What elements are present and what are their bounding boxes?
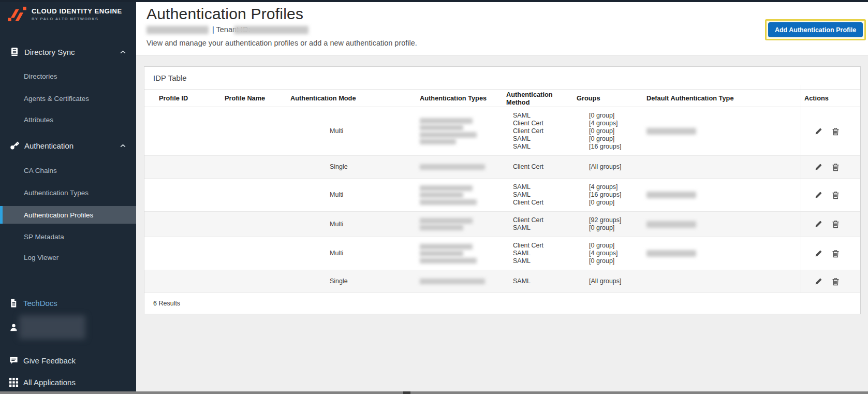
redacted-authentication-type [420,118,473,124]
sidebar-item-log-viewer[interactable]: Log Viewer [0,249,136,266]
sidebar-link-techdocs[interactable]: TechDocs [0,295,136,311]
table-row[interactable]: Single SAML [All groups] [144,270,860,293]
authentication-method-value: SAML [513,191,577,199]
redacted-authentication-type [420,244,473,250]
pencil-icon [815,191,822,199]
give-feedback-label[interactable]: Give Feedback [23,356,76,365]
column-header-profile-id: Profile ID [144,94,225,102]
table-row[interactable]: Single Client Cert [All groups] [144,156,860,179]
actions-cell [801,270,860,293]
section-label: Authentication [24,141,120,150]
sidebar-item-directories[interactable]: Directories [0,68,136,84]
authentication-method-cell: SAML [506,278,577,285]
trash-icon [832,191,840,199]
redacted-authentication-type [420,251,463,256]
redacted-default-authentication-type [646,192,696,198]
default-authentication-type-cell [646,221,801,228]
table-row[interactable]: Multi Client CertSAML [92 groups][0 grou… [144,212,860,237]
page-header: Authentication Profiles | Tenant ID: Vie… [136,0,868,55]
authentication-method-value: SAML [513,183,577,191]
group-count-value: [0 group] [589,224,646,232]
scrollbar-thumb[interactable] [403,391,410,394]
sidebar-item-label[interactable]: Agents & Certificates [0,90,136,107]
redacted-username [19,315,85,339]
group-count-value: [4 groups] [589,120,646,127]
group-count-value: [0 group] [589,135,646,143]
redacted-authentication-type [420,279,485,284]
horizontal-scrollbar[interactable] [0,391,868,394]
edit-profile-button[interactable] [815,278,823,286]
group-count-value: [4 groups] [589,250,646,257]
window-top-edge [0,0,868,2]
sidebar-item-agents-certificates[interactable]: Agents & Certificates [0,90,136,107]
default-authentication-type-cell [646,250,801,257]
app-window: CLOUD IDENTITY ENGINE BY PALO ALTO NETWO… [0,0,868,394]
delete-profile-button[interactable] [832,278,840,286]
pencil-icon [815,163,822,171]
table-row[interactable]: Multi Client CertSAMLSAML [0 group][4 gr… [144,237,860,270]
sidebar-section-directory-sync[interactable]: Directory Sync [0,43,136,60]
redacted-authentication-type [420,258,477,264]
authentication-method-value: Client Cert [513,216,577,224]
all-applications-label[interactable]: All Applications [23,378,76,387]
sidebar-item-label[interactable]: Authentication Types [0,184,136,201]
delete-profile-button[interactable] [832,163,840,171]
group-count-value: [16 groups] [589,191,646,199]
edit-profile-button[interactable] [815,163,823,171]
idp-table-card: IDP Table Profile ID Profile Name Authen… [144,66,861,314]
edit-profile-button[interactable] [815,127,823,136]
sidebar-item-label[interactable]: Authentication Profiles [0,206,136,224]
sidebar-item-sp-metadata[interactable]: SP Metadata [0,228,136,245]
groups-cell: [92 groups][0 group] [577,216,646,232]
actions-cell [801,212,860,237]
sidebar-section-authentication[interactable]: Authentication [0,137,136,154]
authentication-mode-cell: Multi [290,250,420,257]
table-row[interactable]: Multi SAMLSAMLClient Cert [4 groups][16 … [144,179,860,212]
edit-profile-button[interactable] [815,250,823,258]
authentication-mode-cell: Multi [290,191,420,199]
sidebar-item-label[interactable]: CA Chains [0,162,136,179]
book-icon [9,47,20,57]
delete-profile-button[interactable] [832,191,840,199]
delete-profile-button[interactable] [832,220,840,228]
sidebar-item-label[interactable]: SP Metadata [0,228,136,245]
table-row[interactable]: Multi SAMLClient CertClient CertSAMLSAML… [144,107,860,156]
group-count-value: [All groups] [589,278,646,285]
sidebar-item-authentication-profiles[interactable]: Authentication Profiles [0,206,136,224]
delete-profile-button[interactable] [832,127,840,136]
sidebar-link-all-applications[interactable]: All Applications [0,374,136,390]
redacted-authentication-type [420,139,456,144]
sidebar-item-ca-chains[interactable]: CA Chains [0,162,136,179]
groups-cell: [All groups] [577,278,646,285]
sidebar-item-label[interactable]: Directories [0,68,136,84]
group-count-value: [16 groups] [589,143,646,151]
redacted-authentication-type [420,125,463,130]
redacted-authentication-type [420,199,477,205]
authentication-mode-cell: Multi [290,221,420,228]
sidebar-user[interactable] [0,319,136,335]
default-authentication-type-cell [646,128,801,135]
delete-profile-button[interactable] [832,250,840,258]
group-count-value: [All groups] [589,163,646,171]
column-header-authentication-mode: Authentication Mode [290,94,420,102]
section-label: Directory Sync [24,48,120,56]
page-description: View and manage your authentication prof… [146,39,417,47]
redacted-authentication-type [420,185,473,191]
add-authentication-profile-button[interactable]: Add Authentication Profile [768,22,863,37]
sidebar-item-authentication-types[interactable]: Authentication Types [0,184,136,201]
sidebar-link-give-feedback[interactable]: Give Feedback [0,352,136,369]
groups-cell: [4 groups][16 groups][0 group] [577,183,646,207]
highlight-annotation: Add Authentication Profile [765,19,866,40]
redacted-authentication-type [420,218,473,224]
sidebar-item-attributes[interactable]: Attributes [0,111,136,128]
chevron-up-icon [120,144,126,148]
edit-profile-button[interactable] [815,220,823,228]
techdocs-label[interactable]: TechDocs [23,299,57,308]
sidebar-item-label[interactable]: Attributes [0,111,136,128]
edit-profile-button[interactable] [815,191,823,199]
redacted-default-authentication-type [646,250,696,257]
pencil-icon [815,220,822,228]
sidebar-item-label[interactable]: Log Viewer [0,249,136,266]
trash-icon [832,163,840,171]
chevron-up-icon [120,50,126,54]
